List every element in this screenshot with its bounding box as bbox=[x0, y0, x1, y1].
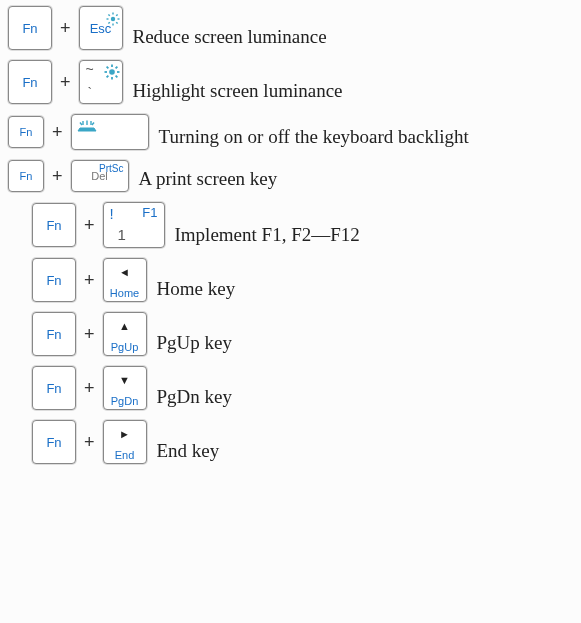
fn-key: Fn bbox=[32, 312, 76, 356]
fn-key: Fn bbox=[8, 60, 52, 104]
left-home-key: ◄ Home bbox=[103, 258, 147, 302]
row-desc: Implement F1, F2—F12 bbox=[175, 224, 360, 246]
fn-key-label: Fn bbox=[46, 435, 61, 450]
fn-key: Fn bbox=[32, 203, 76, 247]
row-desc: Reduce screen luminance bbox=[133, 26, 327, 48]
fn-key: Fn bbox=[8, 6, 52, 50]
svg-line-15 bbox=[115, 76, 117, 78]
pgup-label: PgUp bbox=[104, 341, 146, 353]
fn-key-label: Fn bbox=[20, 126, 33, 138]
esc-key: Esc bbox=[79, 6, 123, 50]
svg-point-9 bbox=[109, 69, 115, 75]
svg-line-17 bbox=[115, 67, 117, 69]
combo-row-end: Fn + ► End End key bbox=[8, 420, 573, 464]
arrow-up-icon: ▲ bbox=[104, 321, 146, 332]
svg-line-22 bbox=[92, 123, 94, 126]
combo-row-reduce-luminance: Fn + Esc Reduce screen luminance bbox=[8, 6, 573, 50]
prtsc-label: PrtSc bbox=[99, 163, 123, 174]
row-desc: PgDn key bbox=[157, 386, 232, 408]
fn-key-label: Fn bbox=[46, 381, 61, 396]
arrow-left-icon: ◄ bbox=[104, 267, 146, 278]
del-prtsc-key: Del PrtSc bbox=[71, 160, 129, 192]
fn-key-label: Fn bbox=[46, 327, 61, 342]
fn-key-label: Fn bbox=[20, 170, 33, 182]
one-label: 1 bbox=[118, 226, 126, 243]
end-label: End bbox=[104, 449, 146, 461]
fn-key-label: Fn bbox=[22, 75, 37, 90]
pgdn-label: PgDn bbox=[104, 395, 146, 407]
svg-line-6 bbox=[116, 22, 117, 23]
row-desc: Highlight screen luminance bbox=[133, 80, 343, 102]
one-f1-key: ! F1 1 bbox=[103, 202, 165, 248]
arrow-right-icon: ► bbox=[104, 429, 146, 440]
tilde-label: ~ bbox=[86, 61, 94, 77]
down-pgdn-key: ▼ PgDn bbox=[103, 366, 147, 410]
row-desc: Home key bbox=[157, 278, 236, 300]
plus-sign: + bbox=[82, 324, 97, 345]
fn-key: Fn bbox=[32, 366, 76, 410]
fn-key-label: Fn bbox=[46, 218, 61, 233]
svg-line-5 bbox=[108, 14, 109, 15]
plus-sign: + bbox=[58, 72, 73, 93]
svg-line-7 bbox=[108, 22, 109, 23]
brightness-icon bbox=[106, 9, 120, 31]
plus-sign: + bbox=[58, 18, 73, 39]
row-desc: Turning on or off the keyboard backlight bbox=[159, 126, 469, 148]
fn-key: Fn bbox=[32, 420, 76, 464]
svg-line-16 bbox=[106, 76, 108, 78]
arrow-down-icon: ▼ bbox=[104, 375, 146, 386]
fn-key-label: Fn bbox=[22, 21, 37, 36]
up-pgup-key: ▲ PgUp bbox=[103, 312, 147, 356]
fn-key: Fn bbox=[8, 116, 44, 148]
tilde-key: ~ ` bbox=[79, 60, 123, 104]
row-desc: A print screen key bbox=[139, 168, 278, 190]
plus-sign: + bbox=[82, 270, 97, 291]
svg-line-14 bbox=[106, 67, 108, 69]
row-desc: PgUp key bbox=[157, 332, 232, 354]
row-desc: End key bbox=[157, 440, 220, 462]
combo-row-pgdn: Fn + ▼ PgDn PgDn key bbox=[8, 366, 573, 410]
backtick-label: ` bbox=[88, 85, 93, 101]
svg-line-8 bbox=[116, 14, 117, 15]
backlight-key bbox=[71, 114, 149, 150]
brightness-up-icon bbox=[104, 63, 120, 85]
plus-sign: + bbox=[50, 166, 65, 187]
combo-row-highlight-luminance: Fn + ~ ` Highlight screen luminance bbox=[8, 60, 573, 104]
combo-row-f1: Fn + ! F1 1 Implement F1, F2—F12 bbox=[8, 202, 573, 248]
combo-row-backlight: Fn + Turning on or off the keyboard back… bbox=[8, 114, 573, 150]
right-end-key: ► End bbox=[103, 420, 147, 464]
svg-point-0 bbox=[110, 17, 114, 21]
fn-key: Fn bbox=[8, 160, 44, 192]
f1-label: F1 bbox=[142, 205, 157, 220]
svg-line-21 bbox=[80, 123, 82, 126]
plus-sign: + bbox=[82, 378, 97, 399]
plus-sign: + bbox=[82, 215, 97, 236]
keyboard-backlight-icon bbox=[76, 117, 98, 139]
combo-row-home: Fn + ◄ Home Home key bbox=[8, 258, 573, 302]
fn-key: Fn bbox=[32, 258, 76, 302]
exclamation-label: ! bbox=[110, 205, 114, 222]
plus-sign: + bbox=[82, 432, 97, 453]
combo-row-pgup: Fn + ▲ PgUp PgUp key bbox=[8, 312, 573, 356]
fn-key-label: Fn bbox=[46, 273, 61, 288]
combo-row-printscreen: Fn + Del PrtSc A print screen key bbox=[8, 160, 573, 192]
plus-sign: + bbox=[50, 122, 65, 143]
home-label: Home bbox=[104, 287, 146, 299]
